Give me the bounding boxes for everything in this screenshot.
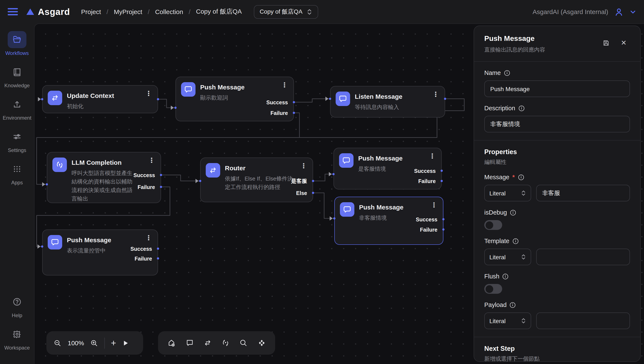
node-title: Update Context [67,92,114,99]
save-icon[interactable] [602,39,610,46]
home-add-icon[interactable] [167,338,176,348]
node-subtitle: 是客服情境 [358,165,402,173]
port-failure[interactable]: Failure [270,110,288,116]
isdebug-label: isDebug [484,209,507,216]
divider [474,337,640,337]
payload-type-select[interactable]: Literal [484,312,531,329]
chat-bubble-icon [336,92,350,106]
port-success[interactable]: Success [266,100,288,106]
help-circle-icon [8,293,27,310]
port-failure[interactable]: Failure [418,178,436,184]
kebab-menu-icon[interactable]: ⋮ [432,90,439,98]
zoom-out-icon[interactable] [53,339,62,347]
grid-icon [8,160,27,178]
name-input[interactable]: Push Message [484,80,630,97]
close-icon[interactable]: ✕ [621,39,626,47]
chat-bubble-icon [48,235,62,250]
template-type-select[interactable]: Literal [484,249,531,265]
asgard-logo-icon [27,8,34,15]
breadcrumb-project[interactable]: Project [81,8,101,15]
user-icon[interactable] [614,6,624,17]
node-router[interactable]: Router 依據If、Else If、Else條件決定工作流程執行的路徑 ⋮ … [200,158,313,202]
message-type-select[interactable]: Literal [484,185,531,201]
node-subtitle: 表示流量控管中 [67,246,111,255]
node-llm-completion[interactable]: LLM Completion 呼叫大型語言模型並產生結構化的資料輸出以輔助流程的… [47,152,161,203]
properties-title: Properties [484,148,630,156]
chevron-up-down-icon [521,318,526,324]
sidebar-item-workspace[interactable]: Workspace [4,326,30,351]
chat-bubble-icon [339,153,354,168]
port-else[interactable]: Else [296,190,307,196]
node-title: Push Message [200,84,245,91]
template-label: Template [484,238,509,244]
node-push-message-welcome[interactable]: Push Message 顯示歡迎詞 ⋮ Success Failure [176,77,294,121]
breadcrumb: Project / MyProject / Collection / Copy … [81,8,242,16]
zoom-in-icon[interactable] [90,339,99,347]
message-label: Message [484,174,509,180]
node-subtitle: 呼叫大型語言模型並產生結構化的資料輸出以輔助流程的決策或生成自然語言輸出 [72,169,136,203]
info-icon [502,273,509,280]
port-failure[interactable]: Failure [420,227,437,233]
breadcrumb-current[interactable]: Copy of 飯店QA [196,8,242,16]
info-icon [518,174,524,180]
llm-node-icon[interactable] [221,338,230,348]
run-workflow-button[interactable] [122,340,129,346]
node-listen-message[interactable]: Listen Message 等待訊息內容輸入 ⋮ [330,86,445,118]
sidebar-item-settings[interactable]: Settings [8,128,27,153]
sidebar-item-workflows[interactable]: Workflows [5,31,29,56]
divider [474,140,640,140]
breadcrumb-collection[interactable]: Collection [155,8,183,15]
kebab-menu-icon[interactable]: ⋮ [145,90,152,98]
port-is-service[interactable]: 是客服 [291,178,307,185]
port-failure[interactable]: Failure [138,184,155,190]
breadcrumb-myproject[interactable]: MyProject [114,8,142,15]
port-success[interactable]: Success [134,172,155,178]
sidebar-item-environment[interactable]: Environment [3,96,32,121]
kebab-menu-icon[interactable]: ⋮ [145,234,152,242]
chevron-up-down-icon [307,8,312,15]
sidebar-item-help[interactable]: Help [8,293,27,318]
port-success[interactable]: Success [414,168,436,174]
name-label: Name [484,70,501,76]
top-navbar: Asgard Project / MyProject / Collection … [0,0,644,24]
hamburger-menu-icon[interactable] [8,8,18,15]
add-node-button[interactable]: + [111,338,116,348]
swap-arrows-icon[interactable] [203,338,212,348]
search-icon[interactable] [239,338,248,348]
kebab-menu-icon[interactable]: ⋮ [431,201,437,209]
node-title: Push Message [67,236,111,244]
node-push-message-throttle[interactable]: Push Message 表示流量控管中 ⋮ Success Failure [42,230,158,276]
kebab-menu-icon[interactable]: ⋮ [281,81,288,89]
move-diamonds-icon[interactable] [257,338,266,348]
description-input[interactable]: 非客服情境 [484,116,630,132]
workflow-selector[interactable]: Copy of 飯店QA [254,5,318,18]
node-subtitle: 依據If、Else If、Else條件決定工作流程執行的路徑 [225,174,296,192]
kebab-menu-icon[interactable]: ⋮ [148,156,155,164]
payload-label: Payload [484,302,507,308]
next-step-subtitle: 新增或選擇下一個節點 [484,355,630,362]
info-icon [518,105,524,111]
payload-value-input[interactable] [536,312,630,329]
sidebar-item-knowledge[interactable]: Knowledge [5,64,30,88]
node-push-message-service[interactable]: Push Message 是客服情境 ⋮ Success Failure [333,148,442,190]
node-push-message-non-service[interactable]: Push Message 非客服情境 ⋮ Success Failure [334,197,443,245]
port-success[interactable]: Success [131,246,152,252]
node-subtitle: 顯示歡迎詞 [200,94,245,102]
zoom-toolbar: 100% + [47,331,143,355]
flush-toggle[interactable] [484,284,502,294]
kebab-menu-icon[interactable]: ⋮ [429,152,436,160]
port-failure[interactable]: Failure [135,256,152,262]
message-value-input[interactable]: 非客服 [536,185,630,201]
required-mark: * [512,174,515,180]
kebab-menu-icon[interactable]: ⋮ [300,162,307,170]
account-name: AsgardAI (Asgard Internal) [533,8,608,15]
chevron-down-icon[interactable] [629,8,636,15]
sidebar-item-apps[interactable]: Apps [8,160,27,186]
port-success[interactable]: Success [416,217,437,223]
upload-icon [8,96,27,113]
message-node-icon[interactable] [185,338,194,348]
template-value-input[interactable] [536,249,630,265]
node-update-context[interactable]: Update Context 初始化 ⋮ [42,85,158,113]
swap-arrows-icon [48,91,62,105]
isdebug-toggle[interactable] [484,220,502,230]
